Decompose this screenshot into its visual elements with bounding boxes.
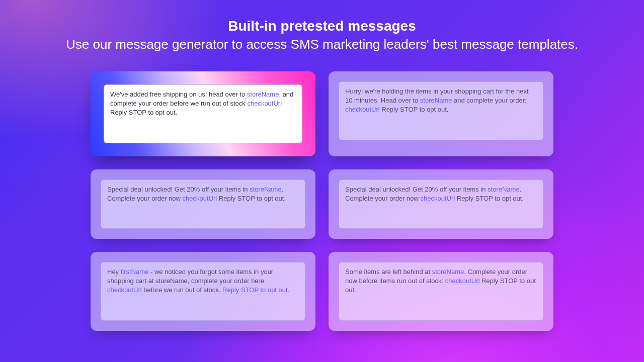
template-variable: checkoutUrl <box>107 286 142 294</box>
template-text: Reply STOP to opt out. <box>110 109 177 116</box>
template-variable: checkoutUrl <box>421 195 455 202</box>
template-card[interactable]: Hurry! we're holding the items in your s… <box>329 71 553 156</box>
template-card[interactable]: Hey firstName - we noticed you forgot so… <box>91 252 315 331</box>
template-card[interactable]: Some items are left behind at storeName.… <box>329 252 553 331</box>
template-card[interactable]: We've added free shipping on us! head ov… <box>91 71 315 156</box>
template-text: before we run out of stock. <box>142 286 222 294</box>
template-message: We've added free shipping on us! head ov… <box>104 84 302 143</box>
template-text: Reply STOP to opt out. <box>380 106 449 113</box>
template-text: Reply STOP to opt out. <box>455 195 524 202</box>
template-text: Special deal unlocked! Get 20% off your … <box>107 186 250 193</box>
template-card[interactable]: Special deal unlocked! Get 20% off your … <box>329 169 553 239</box>
template-message: Special deal unlocked! Get 20% off your … <box>101 179 305 229</box>
template-message: Hey firstName - we noticed you forgot so… <box>101 262 305 321</box>
template-variable: storeName <box>250 186 282 193</box>
page-subtitle: Use our message generator to access SMS … <box>55 36 589 53</box>
template-variable: Reply STOP to opt out. <box>222 286 289 294</box>
template-card[interactable]: Special deal unlocked! Get 20% off your … <box>91 169 315 239</box>
template-variable: checkoutUrl <box>345 106 380 113</box>
template-message: Some items are left behind at storeName.… <box>339 262 543 321</box>
template-variable: storeName <box>420 97 452 104</box>
template-variable: checkoutUrl <box>247 100 282 107</box>
template-variable: firstName <box>121 268 149 276</box>
page-title: Built-in pretested messages <box>55 17 589 35</box>
template-variable: storeName <box>247 90 279 98</box>
template-text: and complete your order: <box>452 97 526 104</box>
template-text: Reply STOP to opt out. <box>217 195 286 202</box>
template-message: Special deal unlocked! Get 20% off your … <box>339 179 543 229</box>
template-text: Hey <box>107 268 121 276</box>
template-text: Special deal unlocked! Get 20% off your … <box>345 186 488 193</box>
template-text: We've added free shipping on us! head ov… <box>110 90 247 98</box>
template-variable: storeName <box>488 186 520 193</box>
template-variable: storeName <box>432 268 464 276</box>
header: Built-in pretested messages Use our mess… <box>55 0 589 53</box>
template-message: Hurry! we're holding the items in your s… <box>339 81 543 140</box>
template-text: Some items are left behind at <box>345 268 432 276</box>
template-variable: checkoutUrl <box>445 277 480 285</box>
template-variable: checkoutUrl <box>183 195 217 202</box>
templates-grid: We've added free shipping on us! head ov… <box>0 71 644 346</box>
